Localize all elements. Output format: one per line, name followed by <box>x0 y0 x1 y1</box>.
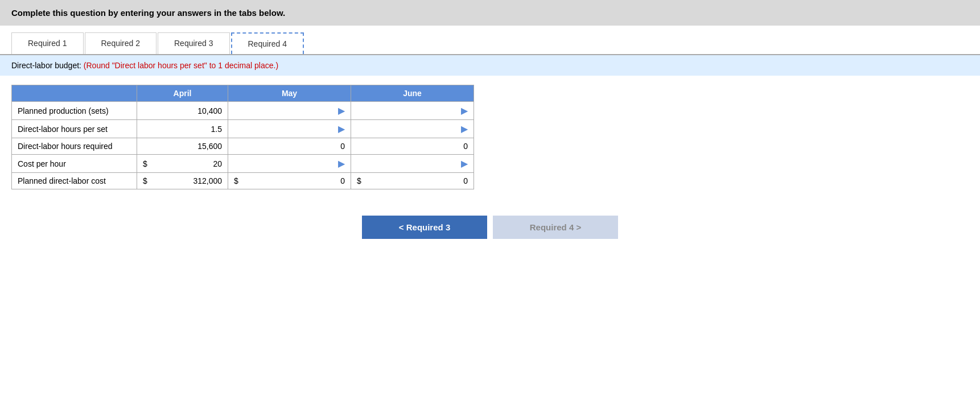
arrow-june-cost: ▶ <box>461 158 468 169</box>
cell-april-dlhrs-per-set: 1.5 <box>137 120 228 138</box>
input-may-dlhrs-per-set[interactable] <box>234 125 333 134</box>
input-june-planned-production[interactable] <box>357 106 456 115</box>
bottom-navigation: Required 3 Required 4 <box>0 204 980 250</box>
cell-april-dlhrs-required: 15,600 <box>137 138 228 155</box>
tab-required-3[interactable]: Required 3 <box>158 32 230 54</box>
col-label <box>12 85 137 102</box>
row-label-planned-dl-cost: Planned direct-labor cost <box>12 173 137 189</box>
april-dollar-planned: $ <box>143 176 147 185</box>
cell-april-planned-production: 10,400 <box>137 102 228 120</box>
next-label: Required 4 <box>530 222 574 232</box>
input-june-dlhrs-per-set[interactable] <box>357 125 456 134</box>
col-may: May <box>228 85 351 102</box>
cell-may-planned-production[interactable]: ▶ <box>228 102 351 120</box>
cell-june-planned-dl-cost: $ 0 <box>351 173 474 189</box>
april-dollar-cost: $ <box>143 159 147 168</box>
input-june-cost-per-hour[interactable] <box>357 159 456 168</box>
cell-may-planned-dl-cost: $ 0 <box>228 173 351 189</box>
section-title-note: (Round "Direct labor hours per set" to 1… <box>84 61 278 70</box>
header-title: Complete this question by entering your … <box>11 8 285 18</box>
table-row: Direct-labor hours per set 1.5 ▶ ▶ <box>12 120 474 138</box>
cell-may-cost-per-hour[interactable]: ▶ <box>228 155 351 173</box>
direct-labor-budget-table: April May June Planned production (sets)… <box>11 85 474 189</box>
arrow-may-dlhrs-per-set: ▶ <box>338 123 345 134</box>
cell-june-planned-production[interactable]: ▶ <box>351 102 474 120</box>
input-may-planned-production[interactable] <box>234 106 333 115</box>
cell-june-cost-per-hour[interactable]: ▶ <box>351 155 474 173</box>
col-april: April <box>137 85 228 102</box>
row-label-planned-production: Planned production (sets) <box>12 102 137 120</box>
tabs-container: Required 1 Required 2 Required 3 Require… <box>0 26 980 55</box>
tab-required-4[interactable]: Required 4 <box>231 32 304 54</box>
cell-may-dlhrs-required: 0 <box>228 138 351 155</box>
arrow-june-planned-production: ▶ <box>461 105 468 116</box>
table-wrapper: April May June Planned production (sets)… <box>0 76 980 199</box>
table-row: Direct-labor hours required 15,600 0 0 <box>12 138 474 155</box>
cell-april-planned-dl-cost: $ 312,000 <box>137 173 228 189</box>
table-row: Planned production (sets) 10,400 ▶ ▶ <box>12 102 474 120</box>
next-button[interactable]: Required 4 <box>493 216 618 239</box>
table-row: Cost per hour $ 20 ▶ ▶ <box>12 155 474 173</box>
tab-required-1[interactable]: Required 1 <box>11 32 84 54</box>
cell-june-dlhrs-per-set[interactable]: ▶ <box>351 120 474 138</box>
may-dollar-planned: $ <box>234 176 238 185</box>
prev-button[interactable]: Required 3 <box>362 216 487 239</box>
prev-chevron-icon <box>399 222 406 232</box>
tab-required-2[interactable]: Required 2 <box>85 32 157 54</box>
prev-label: Required 3 <box>406 222 451 232</box>
row-label-dlhrs-per-set: Direct-labor hours per set <box>12 120 137 138</box>
section-title: Direct-labor budget: (Round "Direct labo… <box>0 55 980 76</box>
header-bar: Complete this question by entering your … <box>0 0 980 26</box>
cell-april-cost-per-hour: $ 20 <box>137 155 228 173</box>
next-chevron-icon <box>574 222 581 232</box>
table-row: Planned direct-labor cost $ 312,000 $ 0 <box>12 173 474 189</box>
row-label-dlhrs-required: Direct-labor hours required <box>12 138 137 155</box>
col-june: June <box>351 85 474 102</box>
arrow-june-dlhrs-per-set: ▶ <box>461 123 468 134</box>
cell-may-dlhrs-per-set[interactable]: ▶ <box>228 120 351 138</box>
input-may-cost-per-hour[interactable] <box>234 159 333 168</box>
june-dollar-planned: $ <box>357 176 361 185</box>
arrow-may-planned-production: ▶ <box>338 105 345 116</box>
section-title-static: Direct-labor budget: <box>11 61 81 70</box>
cell-june-dlhrs-required: 0 <box>351 138 474 155</box>
arrow-may-cost: ▶ <box>338 158 345 169</box>
row-label-cost-per-hour: Cost per hour <box>12 155 137 173</box>
